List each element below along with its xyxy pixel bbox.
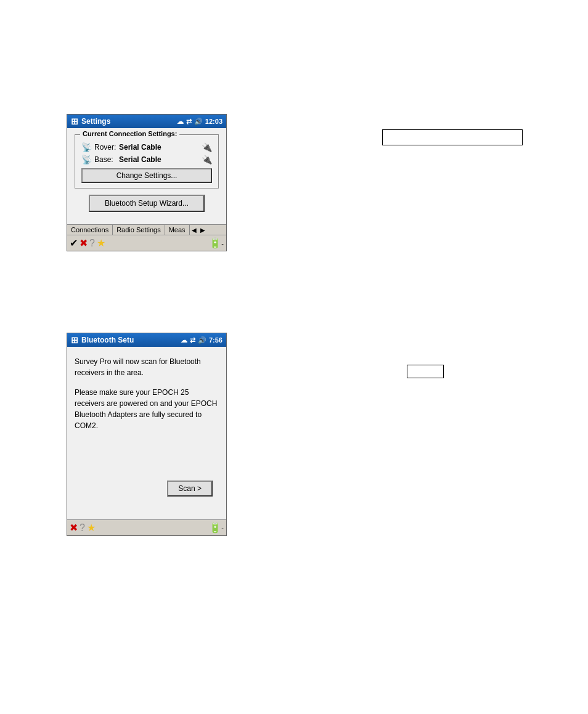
bt-star-icon[interactable]: ★ <box>87 522 96 533</box>
bluetooth-titlebar: ⊞ Bluetooth Setu ☁ ⇄ 🔊 7:56 <box>67 333 226 347</box>
tab-next-button[interactable]: ▶ <box>198 226 207 234</box>
base-row: 📡 Base: Serial Cable 🔌 <box>81 155 212 164</box>
bluetooth-window: ⊞ Bluetooth Setu ☁ ⇄ 🔊 7:56 Survey Pro w… <box>67 333 227 536</box>
annotation-box-2 <box>407 365 444 378</box>
settings-titlebar: ⊞ Settings ☁ ⇄ 🔊 12:03 <box>67 115 226 128</box>
bluetooth-body: Survey Pro will now scan for Bluetooth r… <box>67 347 226 519</box>
scan-button[interactable]: Scan > <box>167 481 213 497</box>
bluetooth-title: Bluetooth Setu <box>81 336 181 344</box>
bluetooth-text2: Please make sure your EPOCH 25 receivers… <box>75 387 219 431</box>
bluetooth-toolbar: ✖ ? ★ 🔋 - <box>67 519 226 535</box>
bt-battery-level: - <box>221 524 224 532</box>
rover-plug-icon: 🔌 <box>202 142 212 152</box>
scan-row: Scan > <box>75 481 219 497</box>
bt-battery-icon: 🔋 <box>209 522 221 533</box>
cloud-icon: ☁ <box>177 118 184 126</box>
rover-value: Serial Cable <box>119 143 202 152</box>
help-icon[interactable]: ? <box>89 238 95 249</box>
bluetooth-text1: Survey Pro will now scan for Bluetooth r… <box>75 356 219 378</box>
tab-connections[interactable]: Connections <box>67 225 113 235</box>
settings-title: Settings <box>81 117 177 126</box>
bt-help-icon[interactable]: ? <box>80 522 85 533</box>
base-icon: 📡 <box>81 155 92 164</box>
titlebar-status-icons: ☁ ⇄ 🔊 12:03 <box>177 118 223 126</box>
tab-bar: Connections Radio Settings Meas ◀ ▶ <box>67 224 226 235</box>
windows-icon: ⊞ <box>71 116 78 126</box>
battery-level: - <box>221 240 224 247</box>
battery-icon: 🔋 <box>209 237 221 249</box>
bt-network-icon: ⇄ <box>190 336 195 344</box>
bt-cancel-icon[interactable]: ✖ <box>70 522 78 533</box>
tab-radio-settings[interactable]: Radio Settings <box>113 225 165 235</box>
base-label: Base: <box>94 155 119 164</box>
annotation-box-1 <box>382 129 523 145</box>
connection-group-label: Current Connection Settings: <box>80 130 179 137</box>
settings-toolbar: ✔ ✖ ? ★ 🔋 - <box>67 235 226 251</box>
rover-label: Rover: <box>94 143 119 152</box>
connection-group: Current Connection Settings: 📡 Rover: Se… <box>75 134 219 189</box>
bt-clock: 7:56 <box>209 336 223 344</box>
settings-window: ⊞ Settings ☁ ⇄ 🔊 12:03 Current Connectio… <box>67 114 227 251</box>
ok-icon[interactable]: ✔ <box>70 237 78 249</box>
settings-body: Current Connection Settings: 📡 Rover: Se… <box>67 128 226 224</box>
bt-titlebar-status-icons: ☁ ⇄ 🔊 7:56 <box>181 336 223 344</box>
cancel-icon[interactable]: ✖ <box>80 237 88 249</box>
change-settings-button[interactable]: Change Settings... <box>81 168 212 183</box>
bluetooth-wizard-button[interactable]: Bluetooth Setup Wizard... <box>89 195 204 212</box>
base-value: Serial Cable <box>119 155 202 164</box>
base-plug-icon: 🔌 <box>202 155 212 164</box>
tab-meas[interactable]: Meas <box>165 225 190 235</box>
network-icon: ⇄ <box>186 118 192 126</box>
star-icon[interactable]: ★ <box>97 237 105 249</box>
clock: 12:03 <box>205 118 223 125</box>
rover-icon: 📡 <box>81 142 92 152</box>
bt-volume-icon: 🔊 <box>198 336 206 344</box>
rover-row: 📡 Rover: Serial Cable 🔌 <box>81 142 212 152</box>
tab-prev-button[interactable]: ◀ <box>190 226 198 234</box>
bt-windows-icon: ⊞ <box>71 335 78 345</box>
volume-icon: 🔊 <box>194 118 203 126</box>
bt-cloud-icon: ☁ <box>181 336 187 344</box>
